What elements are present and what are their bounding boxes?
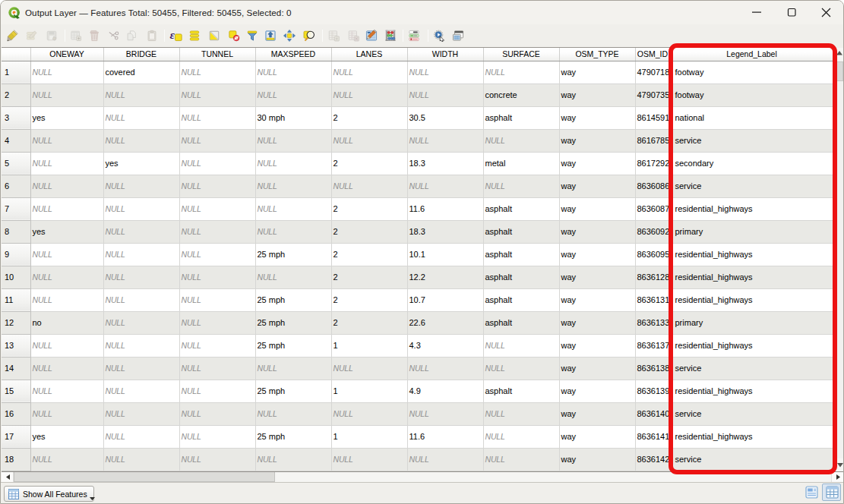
- svg-text:ε: ε: [170, 28, 175, 41]
